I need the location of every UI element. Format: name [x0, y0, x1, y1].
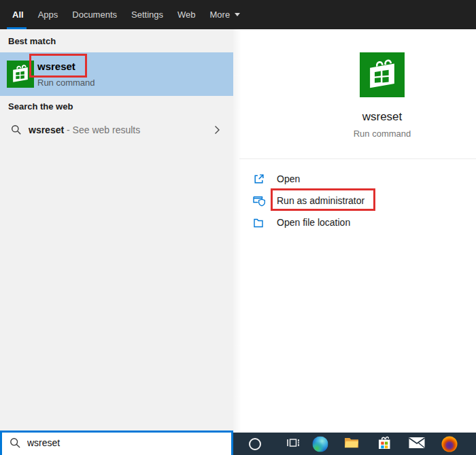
- taskbar: [233, 433, 476, 455]
- preview-panel: wsreset Run command Open: [233, 29, 476, 433]
- search-icon: [10, 437, 21, 452]
- results-panel: Best match wsreset Run command Search th…: [0, 29, 233, 431]
- web-search-text: wsreset - See web results: [29, 116, 140, 144]
- tab-web[interactable]: Web: [177, 10, 196, 20]
- windows-search-flyout: All Apps Documents Settings Web More Bes…: [0, 0, 476, 455]
- microsoft-store-icon: [360, 52, 405, 97]
- edge-icon[interactable]: [313, 436, 328, 452]
- divider: [239, 158, 476, 159]
- tab-settings[interactable]: Settings: [131, 10, 163, 20]
- best-match-subtitle: Run command: [37, 78, 95, 88]
- web-search-query: wsreset: [29, 124, 64, 135]
- chevron-down-icon: [235, 13, 240, 16]
- action-label: Open file location: [277, 217, 350, 228]
- search-input[interactable]: [27, 433, 224, 452]
- tab-more[interactable]: More: [210, 10, 241, 20]
- mail-icon[interactable]: [409, 437, 425, 452]
- run-as-admin-shield-icon: [253, 195, 266, 207]
- tab-all[interactable]: All: [12, 10, 24, 20]
- cortana-icon[interactable]: [249, 438, 261, 450]
- tab-apps[interactable]: Apps: [38, 10, 58, 20]
- open-icon: [253, 173, 266, 185]
- search-filter-tabs: All Apps Documents Settings Web More: [0, 0, 476, 29]
- taskbar-search-box[interactable]: [0, 431, 233, 455]
- file-explorer-icon[interactable]: [343, 435, 360, 454]
- web-search-result[interactable]: wsreset - See web results: [0, 116, 233, 144]
- microsoft-store-icon[interactable]: [376, 435, 392, 454]
- web-search-suffix: - See web results: [64, 124, 140, 135]
- tab-documents[interactable]: Documents: [72, 10, 117, 20]
- best-match-header: Best match: [8, 36, 56, 46]
- preview-header: wsreset Run command: [233, 29, 476, 139]
- annotation-red-box-best-match: [29, 54, 87, 78]
- search-icon: [11, 124, 22, 138]
- action-open-file-location[interactable]: Open file location: [233, 212, 476, 233]
- preview-subtitle: Run command: [233, 129, 476, 139]
- action-open[interactable]: Open: [233, 168, 476, 190]
- preview-title: wsreset: [233, 110, 476, 124]
- search-the-web-header: Search the web: [8, 101, 73, 112]
- chevron-right-icon[interactable]: [211, 124, 222, 138]
- annotation-red-box-run-as-admin: [271, 188, 375, 211]
- folder-icon: [253, 216, 266, 229]
- task-view-icon[interactable]: [286, 436, 301, 452]
- firefox-icon[interactable]: [442, 436, 458, 452]
- action-label: Open: [277, 173, 300, 184]
